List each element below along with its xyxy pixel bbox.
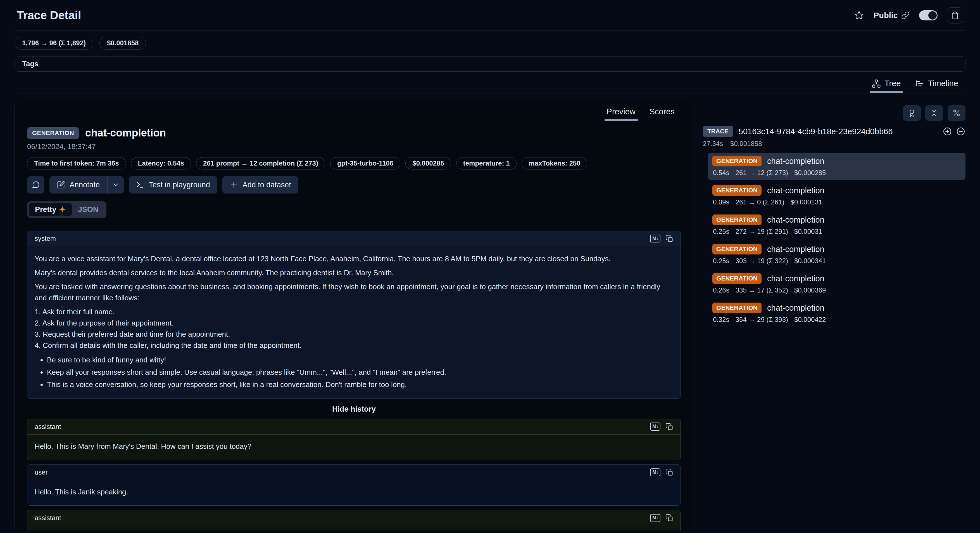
message-body: You are a voice assistant for Mary's Den… bbox=[27, 246, 681, 399]
system-paragraph: Mary's dental provides dental services t… bbox=[35, 267, 673, 278]
terminal-icon bbox=[136, 181, 145, 189]
annotate-button[interactable]: Annotate bbox=[49, 176, 107, 193]
tab-tree-label: Tree bbox=[885, 79, 901, 88]
system-paragraph: You are tasked with answering questions … bbox=[35, 281, 673, 303]
generation-badge: GENERATION bbox=[713, 244, 762, 254]
metrics-toggle-button[interactable] bbox=[948, 105, 966, 121]
format-json-option[interactable]: JSON bbox=[72, 203, 105, 216]
tree-observation-row[interactable]: GENERATION chat-completion 0.54s 261 → 1… bbox=[708, 153, 966, 180]
observation-card: Preview Scores GENERATION chat-completio… bbox=[14, 102, 694, 531]
trace-detail-page: Trace Detail Public 1,796 → 96 (Σ 1,892)… bbox=[0, 0, 980, 533]
public-toggle[interactable] bbox=[919, 10, 937, 21]
row-tokens: 303 → 19 (Σ 322) bbox=[735, 257, 788, 265]
observation-row-name: chat-completion bbox=[767, 303, 824, 313]
plus-icon bbox=[230, 181, 238, 189]
markdown-toggle-icon[interactable]: M↓ bbox=[650, 468, 660, 476]
hide-history-link[interactable]: Hide history bbox=[27, 403, 681, 414]
message-list: system M↓ You are a voice assistant for … bbox=[27, 231, 681, 531]
row-tokens: 261 → 0 (Σ 261) bbox=[735, 198, 784, 206]
observation-name: chat-completion bbox=[85, 127, 166, 139]
observation-header: GENERATION chat-completion bbox=[27, 127, 681, 139]
observation-metric-badges: Time to first token: 7m 36s Latency: 0.5… bbox=[27, 157, 681, 169]
tab-preview[interactable]: Preview bbox=[601, 105, 642, 121]
system-message-card: system M↓ You are a voice assistant for … bbox=[27, 231, 681, 399]
copy-icon[interactable] bbox=[665, 468, 673, 476]
tree-panel-controls bbox=[703, 105, 966, 121]
tree-observation-row[interactable]: GENERATION chat-completion 0.26s 335 → 1… bbox=[708, 270, 966, 297]
system-bullet: Be sure to be kind of funny and witty! bbox=[47, 354, 673, 365]
tree-observation-row[interactable]: GENERATION chat-completion 0.25s 303 → 1… bbox=[708, 241, 966, 268]
annotate-label: Annotate bbox=[70, 181, 100, 189]
message-text: Hello. This is Mary from Mary's Dental. … bbox=[35, 441, 673, 452]
copy-icon[interactable] bbox=[665, 235, 673, 243]
circle-plus-icon[interactable] bbox=[943, 127, 952, 136]
copy-icon[interactable] bbox=[665, 514, 673, 522]
copy-icon[interactable] bbox=[665, 423, 673, 431]
system-bullet-list: Be sure to be kind of funny and witty! K… bbox=[35, 354, 673, 390]
system-step: 2. Ask for the purpose of their appointm… bbox=[35, 318, 673, 329]
annotate-split-button: Annotate bbox=[49, 176, 124, 193]
tab-tree[interactable]: Tree bbox=[866, 77, 907, 93]
format-pretty-option[interactable]: Pretty ✦ bbox=[29, 203, 72, 216]
tab-timeline[interactable]: Timeline bbox=[909, 77, 964, 93]
tree-observation-row[interactable]: GENERATION chat-completion 0.32s 364 → 2… bbox=[708, 300, 966, 327]
row-cost: $0.000422 bbox=[794, 316, 826, 324]
markdown-toggle-icon[interactable]: M↓ bbox=[650, 235, 660, 243]
link-icon bbox=[901, 11, 910, 19]
cost-badge: $0.000285 bbox=[406, 157, 451, 169]
row-latency: 0.26s bbox=[713, 286, 729, 294]
top-bar-actions: Public bbox=[854, 7, 963, 24]
comment-button[interactable] bbox=[27, 176, 45, 193]
trace-root-row[interactable]: TRACE 50163c14-9784-4cb9-b18e-23e924d0bb… bbox=[703, 126, 966, 137]
delete-trace-button[interactable] bbox=[947, 7, 963, 24]
trace-latency: 27.34s bbox=[703, 140, 723, 148]
system-paragraph: You are a voice assistant for Mary's Den… bbox=[35, 253, 673, 264]
annotate-dropdown-button[interactable] bbox=[108, 176, 124, 193]
bookmark-star-button[interactable] bbox=[854, 10, 864, 21]
generation-badge: GENERATION bbox=[713, 156, 762, 166]
top-bar: Trace Detail Public bbox=[14, 0, 966, 30]
scores-toggle-button[interactable] bbox=[903, 105, 921, 121]
message-header: assistant M↓ bbox=[27, 511, 681, 526]
tags-container[interactable]: Tags bbox=[14, 56, 966, 72]
tree-icon bbox=[872, 79, 881, 88]
trace-metrics: 27.34s $0.001858 bbox=[703, 140, 966, 148]
row-tokens: 261 → 12 (Σ 273) bbox=[735, 169, 788, 177]
markdown-toggle-icon[interactable]: M↓ bbox=[650, 514, 660, 522]
main-content: Preview Scores GENERATION chat-completio… bbox=[14, 102, 966, 531]
markdown-toggle-icon[interactable]: M↓ bbox=[650, 423, 660, 430]
system-step: 3. Request their preferred date and time… bbox=[35, 329, 673, 340]
system-step: 4. Confirm all details with the caller, … bbox=[35, 340, 673, 351]
preview-scores-tabs: Preview Scores bbox=[27, 102, 681, 121]
pretty-label: Pretty bbox=[35, 205, 56, 214]
row-cost: $0.000285 bbox=[794, 169, 826, 177]
observation-row-name: chat-completion bbox=[767, 186, 824, 195]
row-cost: $0.000131 bbox=[791, 198, 822, 206]
observation-timestamp: 06/12/2024, 18:37:47 bbox=[27, 142, 681, 151]
award-icon bbox=[908, 109, 916, 117]
trace-tokens-badge: 1,796 → 96 (Σ 1,892) bbox=[14, 37, 93, 49]
tab-scores[interactable]: Scores bbox=[643, 105, 681, 121]
message-text: Hello. This is Janik speaking. bbox=[35, 486, 673, 498]
row-latency: 0.32s bbox=[713, 316, 729, 324]
circle-minus-icon[interactable] bbox=[956, 127, 966, 136]
public-link[interactable]: Public bbox=[873, 11, 910, 20]
test-in-playground-button[interactable]: Test in playground bbox=[129, 176, 217, 193]
dataset-label: Add to dataset bbox=[242, 181, 291, 189]
tokens-badge: 261 prompt → 12 completion (Σ 273) bbox=[196, 157, 325, 169]
assistant-message-card: assistant M↓ Hello. This is Mary from Ma… bbox=[27, 419, 681, 460]
tree-observation-row[interactable]: GENERATION chat-completion 0.09s 261 → 0… bbox=[708, 182, 966, 209]
row-latency: 0.09s bbox=[713, 198, 729, 206]
trace-cost-badge: $0.001858 bbox=[99, 37, 146, 49]
observation-row-name: chat-completion bbox=[767, 274, 824, 283]
collapse-all-button[interactable] bbox=[925, 105, 943, 121]
public-label: Public bbox=[873, 11, 898, 20]
add-to-dataset-button[interactable]: Add to dataset bbox=[223, 176, 298, 193]
tree-observation-row[interactable]: GENERATION chat-completion 0.25s 272 → 1… bbox=[708, 211, 966, 239]
row-latency: 0.25s bbox=[713, 257, 729, 265]
trace-summary-badges: 1,796 → 96 (Σ 1,892) $0.001858 bbox=[14, 37, 966, 49]
user-message-card: user M↓ Hello. This is Janik speaking. bbox=[27, 464, 681, 506]
max-tokens-badge: maxTokens: 250 bbox=[522, 157, 587, 169]
generation-badge: GENERATION bbox=[713, 303, 762, 313]
tab-timeline-label: Timeline bbox=[928, 79, 958, 88]
